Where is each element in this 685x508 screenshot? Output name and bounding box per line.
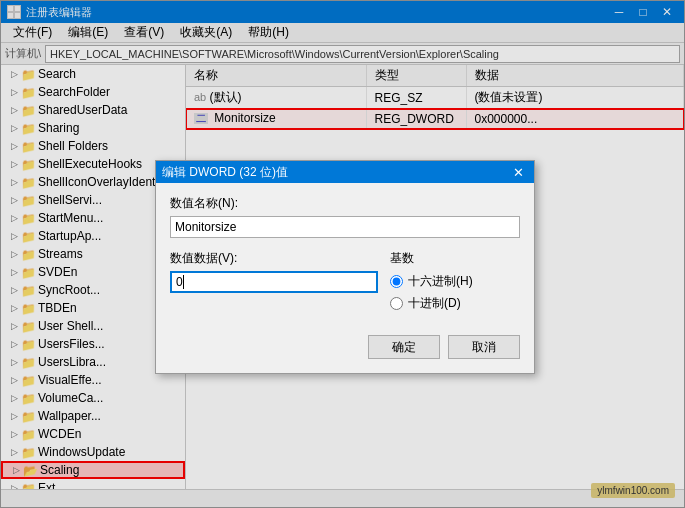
- value-section: 数值数据(V): 0: [170, 250, 378, 293]
- ok-button[interactable]: 确定: [368, 335, 440, 359]
- cancel-button[interactable]: 取消: [448, 335, 520, 359]
- name-label: 数值名称(N):: [170, 195, 520, 212]
- value-text: 0: [176, 275, 183, 289]
- text-cursor: [183, 275, 184, 289]
- dialog-title: 编辑 DWORD (32 位)值: [162, 164, 508, 181]
- dialog-close-button[interactable]: ✕: [508, 162, 528, 182]
- radio-hex[interactable]: 十六进制(H): [390, 273, 520, 290]
- edit-dword-dialog: 编辑 DWORD (32 位)值 ✕ 数值名称(N): 数值数据(V): 0 基…: [155, 160, 535, 374]
- dialog-data-row: 数值数据(V): 0 基数 十六进制(H) 十进制(D): [170, 250, 520, 317]
- value-input[interactable]: 0: [170, 271, 378, 293]
- dec-radio[interactable]: [390, 297, 403, 310]
- hex-radio[interactable]: [390, 275, 403, 288]
- dialog-body: 数值名称(N): 数值数据(V): 0 基数 十六进制(H): [156, 183, 534, 373]
- base-section: 基数 十六进制(H) 十进制(D): [390, 250, 520, 317]
- data-label: 数值数据(V):: [170, 250, 378, 267]
- name-input[interactable]: [170, 216, 520, 238]
- dialog-buttons: 确定 取消: [170, 331, 520, 361]
- dialog-title-bar: 编辑 DWORD (32 位)值 ✕: [156, 161, 534, 183]
- dec-label: 十进制(D): [408, 295, 461, 312]
- dialog-overlay: 编辑 DWORD (32 位)值 ✕ 数值名称(N): 数值数据(V): 0 基…: [0, 0, 685, 508]
- hex-label: 十六进制(H): [408, 273, 473, 290]
- base-label: 基数: [390, 250, 520, 267]
- radio-dec[interactable]: 十进制(D): [390, 295, 520, 312]
